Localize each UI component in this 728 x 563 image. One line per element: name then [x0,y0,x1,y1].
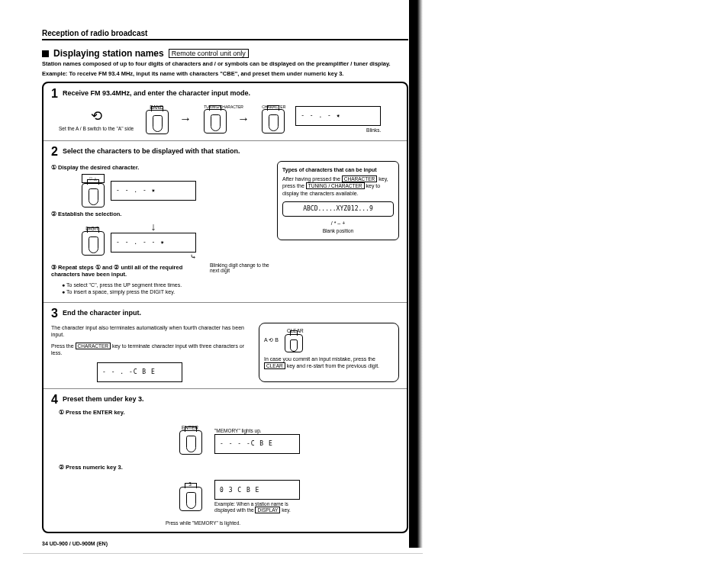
bullet: ● To select "C", press the UP segment th… [62,282,271,288]
step-title: Preset them under key 3. [63,394,144,403]
hand-icon [204,109,227,134]
character-button: CHARACTER [262,105,283,134]
switch-icon: A ⟲ B [264,336,279,343]
display-panel: - - . - ✷ Blinks. [295,106,381,133]
page-title: Displaying station names [53,48,164,59]
step-4: 4 Preset them under key 3. ① Press the E… [43,389,407,531]
hand-icon [262,109,285,134]
step-3: 3 End the character input. The character… [43,303,407,390]
section-header: Reception of radio broadcast [42,29,408,40]
step-2: 2 Select the characters to be displayed … [43,141,407,303]
page-footer: 34 UD-900 / UD-900M (EN) [42,541,408,546]
arrow-icon: → [237,112,250,126]
tuning-char-button: TUNING/CHARACTER [204,105,225,134]
mistake-box: A ⟲ B CLEAR In case you commit an input … [259,323,399,383]
step-title: End the character input. [63,307,141,317]
hand-icon [179,487,202,511]
hand-icon [82,231,105,256]
substep: ② Establish the selection. [51,211,271,217]
step-title: Receive FM 93.4MHz, and enter the charac… [63,88,250,97]
substep: ② Press numeric key 3. [59,464,399,471]
display-panel: - - . - C B E [97,362,182,382]
ab-switch: ⟲ Set the A / B switch to the "A" side [59,108,134,131]
intro-text: Station names composed of up to four dig… [42,60,408,68]
substep: ③ Repeat steps ① and ② until all of the … [51,264,204,278]
step-number: 4 [51,394,58,406]
char-list: ABCD.....XYZ012...9 [282,201,394,217]
substep: ① Display the desired character. [51,164,271,171]
hand-icon [146,110,169,134]
hand-icon [179,430,202,455]
display-panel: - - . - ✷ [111,181,196,201]
band-button: BAND [146,105,167,134]
bullet: ● To insert a space, simply press the DI… [62,289,271,294]
display-panel: 0 3 C B E [214,480,300,500]
step-number: 2 [51,146,58,158]
hand-icon [285,334,303,352]
manual-page: Reception of radio broadcast Displaying … [42,29,408,546]
example-text: Example: To receive FM 93.4 MHz, input i… [42,70,408,77]
step-number: 3 [51,307,58,320]
display-panel: - - - - C B E [214,434,300,454]
switch-icon: ⟲ [59,108,134,124]
arrow-icon: → [179,112,192,126]
step-number: 1 [51,88,58,100]
title-row: Displaying station names Remote control … [42,48,408,59]
substep: ① Press the ENTER key. [59,409,399,416]
types-box: Types of characters that can be input Af… [277,161,399,240]
steps-box: 1 Receive FM 93.4MHz, and enter the char… [42,82,408,533]
remote-tag: Remote control unit only [169,49,249,58]
square-bullet-icon [42,50,49,57]
hand-icon [82,183,105,208]
step-title: Select the characters to be displayed wi… [63,146,240,155]
step-1: 1 Receive FM 93.4MHz, and enter the char… [43,83,407,141]
display-panel: - - . - - ✷ [111,233,196,253]
